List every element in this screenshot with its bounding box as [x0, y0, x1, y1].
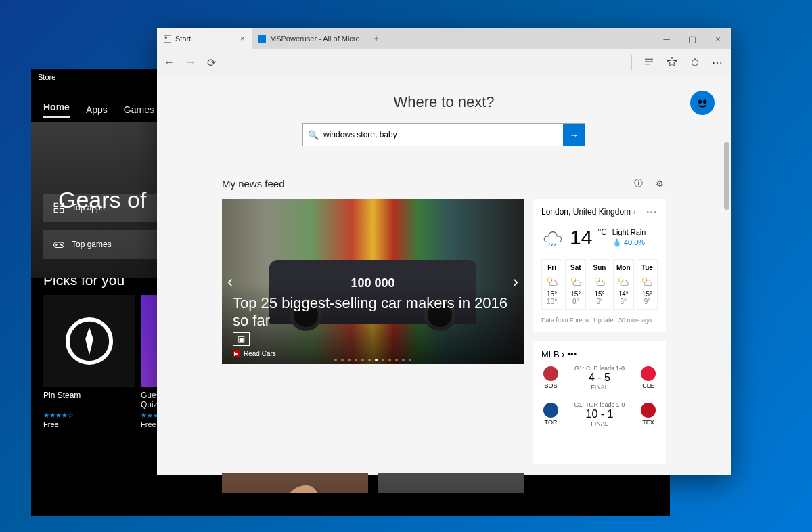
- divider: [227, 55, 227, 70]
- weather-condition: Light Rain 💧 40.0%: [612, 227, 646, 247]
- info-icon[interactable]: ⓘ: [632, 177, 644, 190]
- search-icon: 🔍: [303, 124, 323, 146]
- humidity-icon: 💧: [612, 238, 624, 246]
- youtube-icon: ▶: [233, 350, 240, 357]
- forecast-day[interactable]: Sun 15°6°: [589, 259, 610, 310]
- carousel-dots[interactable]: [334, 359, 411, 361]
- divider: [631, 55, 632, 70]
- svg-rect-2: [54, 209, 58, 213]
- svg-marker-15: [667, 57, 677, 66]
- where-to-next-heading: Where to next?: [222, 93, 666, 111]
- svg-rect-1: [60, 203, 64, 206]
- svg-point-23: [571, 278, 576, 282]
- reading-view-button[interactable]: [643, 56, 655, 70]
- store-nav-apps[interactable]: Apps: [86, 104, 108, 115]
- weather-footer: Data from Foreca | Updated 30 mins ago: [541, 317, 658, 324]
- forecast-day[interactable]: Sat 15°8°: [565, 259, 586, 310]
- new-tab-button[interactable]: ＋: [367, 28, 386, 49]
- svg-line-20: [551, 244, 553, 246]
- edge-window: Start × MSPoweruser - All of Micro ＋ ─ ▢…: [157, 28, 731, 475]
- svg-point-8: [62, 245, 63, 246]
- card-more-button[interactable]: •••: [567, 349, 577, 359]
- tile-name: Pin Steam: [43, 391, 135, 410]
- team-logo: [641, 366, 656, 381]
- feed-card[interactable]: ▣ Health & Fitness The best ways to burn…: [378, 473, 524, 493]
- store-nav-games[interactable]: Games: [124, 104, 154, 115]
- user-avatar[interactable]: [690, 91, 715, 115]
- card-more-button[interactable]: •••: [646, 208, 658, 216]
- hero-title: Top 25 biggest-selling car makers in 201…: [233, 294, 513, 330]
- chevron-right-icon: ›: [633, 208, 635, 216]
- hub-button[interactable]: [689, 56, 701, 70]
- team-logo: [543, 403, 558, 418]
- svg-line-21: [554, 244, 556, 246]
- gamepad-icon: [53, 238, 65, 250]
- svg-point-25: [619, 278, 624, 282]
- gear-icon[interactable]: ⚙: [654, 177, 666, 190]
- game-row[interactable]: TOR G1: TOR leads 1-010 - 1FINAL TEX: [541, 396, 658, 433]
- svg-point-16: [692, 60, 698, 66]
- svg-point-7: [60, 244, 62, 245]
- svg-point-24: [595, 278, 600, 282]
- feed-hero-card[interactable]: ‹ › Top 25 biggest-selling car makers in…: [222, 199, 524, 364]
- weather-temp: 14: [570, 226, 592, 249]
- favorites-button[interactable]: [666, 56, 678, 70]
- store-nav-home[interactable]: Home: [43, 102, 70, 118]
- partly-cloudy-icon: [593, 274, 606, 288]
- search-go-button[interactable]: →: [563, 124, 585, 146]
- card-image: ▣: [378, 473, 524, 493]
- team-logo: [641, 403, 656, 418]
- store-tile[interactable]: Pin Steam ★★★★☆ Free: [43, 295, 135, 428]
- camera-icon: ▣: [233, 332, 250, 346]
- site-icon: [258, 35, 266, 43]
- team-logo: [543, 366, 558, 381]
- sports-card[interactable]: MLB › ••• BOS G1: CLE leads 1-04 - 5FINA…: [533, 341, 666, 464]
- store-chip-top-games[interactable]: Top games: [43, 230, 157, 259]
- close-icon[interactable]: ×: [240, 34, 245, 43]
- search-box[interactable]: 🔍 →: [302, 123, 585, 146]
- sports-league: MLB: [541, 349, 560, 359]
- forecast-day[interactable]: Mon 14°6°: [613, 259, 634, 310]
- back-button[interactable]: ←: [164, 56, 175, 68]
- forecast-day[interactable]: Tue 15°9°: [637, 259, 658, 310]
- forward-button[interactable]: →: [185, 56, 196, 68]
- chip-label: Top apps: [72, 203, 105, 213]
- tab-label: MSPoweruser - All of Micro: [270, 35, 360, 43]
- chip-label: Top games: [72, 240, 112, 249]
- close-button[interactable]: ×: [705, 28, 731, 49]
- chevron-right-icon: ›: [562, 349, 564, 359]
- carousel-next[interactable]: ›: [513, 272, 518, 291]
- svg-rect-3: [60, 209, 64, 213]
- tab-bar: Start × MSPoweruser - All of Micro ＋ ─ ▢…: [157, 28, 731, 49]
- carousel-prev[interactable]: ‹: [227, 272, 233, 291]
- svg-rect-10: [164, 35, 171, 43]
- tile-thumb: [43, 295, 135, 387]
- partly-cloudy-icon: [616, 274, 630, 288]
- store-chip-top-apps[interactable]: Top apps: [43, 194, 157, 222]
- svg-point-18: [703, 99, 707, 104]
- start-icon: [164, 35, 171, 43]
- card-image: [222, 473, 368, 493]
- forecast-row: Fri 15°10° Sat 15°8° Sun 15°6° Mon 14°6°…: [541, 259, 658, 310]
- minimize-button[interactable]: ─: [654, 28, 679, 49]
- weather-card[interactable]: London, United Kingdom › ••• 14 °C Light…: [533, 199, 666, 332]
- game-row[interactable]: BOS G1: CLE leads 1-04 - 5FINAL CLE: [541, 359, 658, 396]
- more-button[interactable]: ⋯: [712, 56, 724, 69]
- search-input[interactable]: [323, 124, 563, 146]
- rain-icon: [541, 225, 564, 250]
- svg-rect-11: [165, 36, 167, 38]
- tab-mspoweruser[interactable]: MSPoweruser - All of Micro: [252, 28, 367, 49]
- feed-heading: My news feed: [222, 178, 285, 190]
- scrollbar-thumb[interactable]: [724, 142, 729, 210]
- forecast-day[interactable]: Fri 15°10°: [541, 259, 562, 310]
- grid-icon: [53, 202, 65, 214]
- hero-source: Read Cars: [244, 350, 276, 357]
- partly-cloudy-icon: [545, 274, 559, 288]
- toolbar: ← → ⟳ ⋯: [157, 49, 731, 76]
- maximize-button[interactable]: ▢: [679, 28, 705, 49]
- feed-card[interactable]: TV star's cancer battle Ex-Emmerdale act…: [222, 473, 368, 493]
- svg-rect-0: [54, 203, 58, 206]
- svg-point-22: [547, 278, 552, 282]
- tab-start[interactable]: Start ×: [157, 28, 252, 49]
- refresh-button[interactable]: ⟳: [207, 56, 216, 69]
